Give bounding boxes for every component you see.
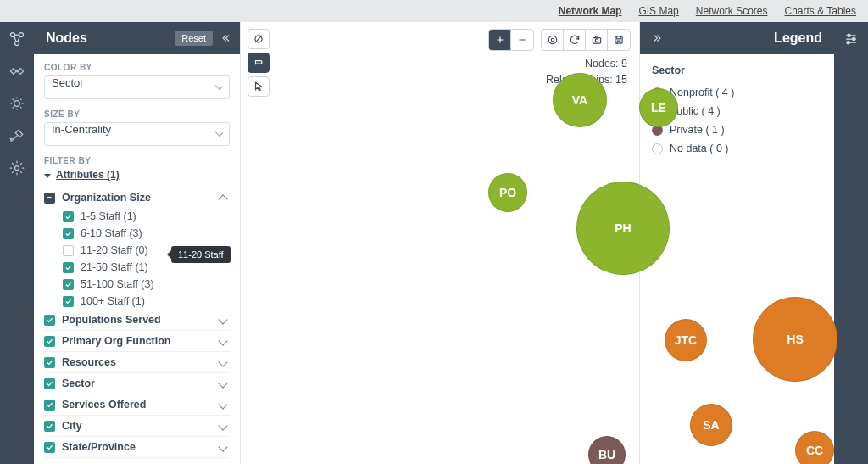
gear-sun-icon[interactable]: [8, 95, 25, 112]
filter-section[interactable]: Sector: [44, 373, 230, 394]
chevron-down-icon: [218, 357, 227, 366]
filter-section[interactable]: Primary Org Function: [44, 331, 230, 352]
attributes-label: Attributes (1): [56, 169, 120, 181]
filter-organization-size[interactable]: − Organization Size: [44, 187, 230, 208]
filter-section[interactable]: Populations Served: [44, 310, 230, 331]
legend-item-label: No data ( 0 ): [670, 143, 728, 154]
filter-option-label: 100+ Staff (1): [81, 295, 230, 307]
reset-button[interactable]: Reset: [175, 31, 213, 46]
nodes-panel-header: Nodes Reset: [34, 22, 240, 54]
filter-option-label: 11-20 Staff (0): [81, 244, 230, 256]
svg-point-4: [15, 166, 19, 171]
sliders-icon[interactable]: [843, 31, 860, 464]
graph-node-jtc[interactable]: JTC: [665, 319, 707, 361]
legend-swatch: [652, 143, 663, 154]
expand-legend-icon[interactable]: [652, 32, 664, 44]
graph-node-va[interactable]: VA: [553, 73, 607, 127]
size-by-label: SIZE BY: [44, 109, 230, 119]
svg-point-12: [853, 37, 855, 40]
chevron-down-icon: [218, 400, 227, 409]
collapse-panel-icon[interactable]: [220, 32, 231, 44]
top-nav: Network Map GIS Map Network Scores Chart…: [0, 0, 868, 22]
attributes-group-toggle[interactable]: Attributes (1): [44, 169, 230, 181]
minus-icon: −: [44, 193, 55, 204]
filter-option[interactable]: 11-20 Staff (0): [63, 242, 230, 259]
checkbox-checked-icon: [63, 296, 74, 307]
filter-section-label: Populations Served: [62, 314, 220, 326]
graph-node-hs[interactable]: HS: [753, 297, 837, 382]
legend-section: Sector: [652, 64, 822, 76]
checkbox-checked-icon: [44, 400, 55, 411]
chevron-down-icon: [218, 442, 227, 451]
filter-section-label: Resources: [62, 356, 220, 368]
chevron-down-icon: [218, 315, 227, 324]
filter-section[interactable]: City: [44, 416, 230, 437]
svg-point-13: [847, 42, 849, 44]
nav-network-scores[interactable]: Network Scores: [696, 5, 768, 17]
nav-network-map[interactable]: Network Map: [559, 5, 622, 17]
filter-option-label: 21-50 Staff (1): [81, 261, 230, 273]
filter-section-label: Sector: [62, 377, 220, 389]
filter-section-label: Primary Org Function: [62, 335, 220, 347]
tools-icon[interactable]: [8, 127, 25, 144]
checkbox-checked-icon: [63, 279, 74, 290]
legend-item[interactable]: Private ( 1 ): [652, 120, 822, 139]
chevron-up-icon: [218, 194, 227, 204]
checkbox-checked-icon: [44, 357, 55, 368]
nodes-panel: Nodes Reset COLOR BY Sector SIZE BY In-C…: [34, 22, 241, 464]
filter-option[interactable]: 1-5 Staff (1): [63, 208, 230, 225]
chevron-down-icon: [218, 336, 227, 345]
checkbox-checked-icon: [44, 421, 55, 432]
legend-item-label: Nonprofit ( 4 ): [670, 87, 734, 98]
legend-item-label: Private ( 1 ): [670, 124, 725, 136]
filter-section[interactable]: Services Offered: [44, 394, 230, 416]
filter-section[interactable]: State/Province: [44, 437, 230, 458]
legend-panel: Legend Sector Nonprofit ( 4 )Public ( 4 …: [639, 22, 834, 464]
color-by-select[interactable]: Sector: [44, 75, 230, 99]
nav-charts-tables[interactable]: Charts & Tables: [785, 5, 857, 17]
graph-node-bu[interactable]: BU: [588, 436, 626, 464]
checkbox-checked-icon: [44, 336, 55, 347]
legend-item[interactable]: No data ( 0 ): [652, 139, 822, 158]
graph-nodes: VALEPOPHJTCHSSACCBU: [241, 22, 639, 464]
filter-option[interactable]: 51-100 Staff (3): [63, 276, 230, 293]
filter-section[interactable]: Resources: [44, 352, 230, 373]
checkbox-checked-icon: [63, 262, 74, 273]
graph-node-cc[interactable]: CC: [795, 431, 834, 464]
color-by-label: COLOR BY: [44, 63, 230, 72]
graph-node-ph[interactable]: PH: [576, 182, 670, 275]
handshake-icon[interactable]: [8, 63, 25, 80]
graph-node-po[interactable]: PO: [488, 173, 527, 212]
checkbox-empty-icon: [63, 245, 74, 256]
filter-option-label: 6-10 Staff (3): [81, 227, 230, 239]
filter-option[interactable]: 100+ Staff (1): [63, 293, 230, 310]
legend-item[interactable]: Nonprofit ( 4 ): [652, 83, 822, 102]
settings-icon[interactable]: [8, 159, 25, 176]
checkbox-checked-icon: [44, 442, 55, 453]
checkbox-checked-icon: [63, 228, 74, 239]
network-canvas[interactable]: Nodes: 9 Relationships: 15 VALEPOPHJTCHS…: [241, 22, 639, 464]
panel-title: Nodes: [46, 31, 87, 46]
checkbox-checked-icon: [44, 378, 55, 389]
chevron-down-icon: [218, 421, 227, 430]
left-icon-rail: [0, 22, 34, 464]
filter-section-label: City: [62, 420, 220, 432]
size-by-select[interactable]: In-Centrality: [44, 122, 230, 146]
graph-node-sa[interactable]: SA: [690, 404, 732, 446]
filter-section-label: Services Offered: [62, 399, 220, 411]
filter-by-label: FILTER BY: [44, 156, 230, 165]
filter-option-label: 1-5 Staff (1): [81, 210, 230, 222]
filter-option[interactable]: 21-50 Staff (1): [63, 259, 230, 276]
filter-section-label: State/Province: [62, 441, 220, 453]
chevron-down-icon: [218, 378, 227, 388]
right-icon-rail: [834, 22, 868, 464]
checkbox-checked-icon: [44, 315, 55, 326]
svg-point-3: [14, 101, 20, 107]
checkbox-checked-icon: [63, 211, 74, 222]
nav-gis-map[interactable]: GIS Map: [638, 5, 678, 17]
svg-point-11: [848, 34, 850, 36]
graph-node-le[interactable]: LE: [639, 88, 678, 127]
network-icon[interactable]: [8, 31, 25, 48]
filter-option[interactable]: 6-10 Staff (3): [63, 225, 230, 242]
legend-title: Legend: [774, 31, 822, 46]
